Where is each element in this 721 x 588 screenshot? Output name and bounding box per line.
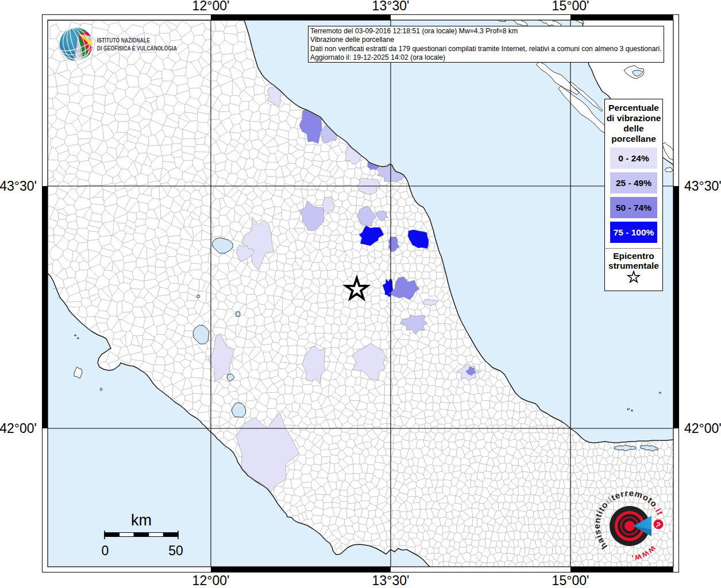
svg-text:0: 0 [102, 543, 109, 558]
svg-text:15°00': 15°00' [552, 573, 589, 588]
svg-text:50: 50 [168, 543, 183, 558]
svg-text:13°30': 13°30' [372, 0, 410, 13]
svg-text:42°00': 42°00' [684, 421, 721, 436]
svg-text:42°00': 42°00' [0, 421, 37, 436]
svg-text:13°30': 13°30' [372, 573, 410, 588]
svg-text:km: km [131, 512, 152, 529]
svg-text:12°00': 12°00' [192, 0, 230, 13]
svg-text:43°30': 43°30' [0, 179, 37, 194]
svg-text:12°00': 12°00' [192, 573, 230, 588]
svg-text:43°30': 43°30' [684, 179, 721, 194]
svg-text:15°00': 15°00' [552, 0, 589, 13]
